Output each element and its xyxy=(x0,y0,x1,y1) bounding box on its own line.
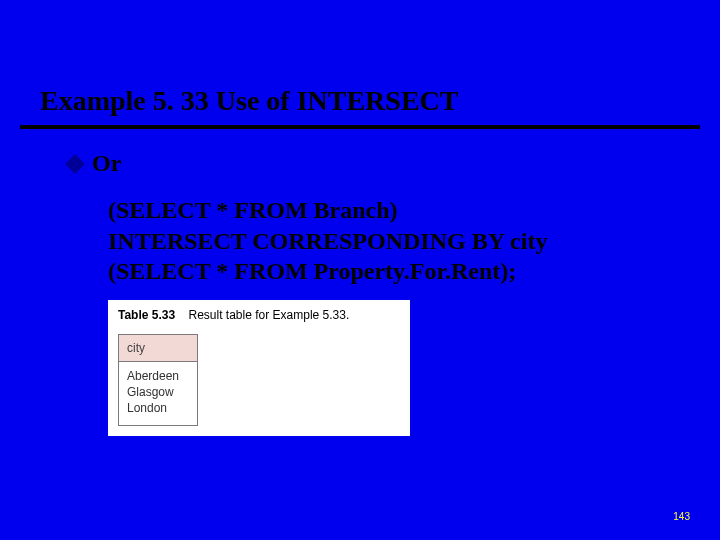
table-body: Aberdeen Glasgow London xyxy=(118,362,198,426)
sql-code-block: (SELECT * FROM Branch) INTERSECT CORRESP… xyxy=(108,195,547,287)
code-line: INTERSECT CORRESPONDING BY city xyxy=(108,226,547,257)
table-caption: Table 5.33 Result table for Example 5.33… xyxy=(108,300,410,328)
bullet-row: Or xyxy=(68,150,121,177)
title-underline xyxy=(20,125,700,129)
page-number: 143 xyxy=(673,511,690,522)
diamond-bullet-icon xyxy=(65,154,85,174)
table-header-cell: city xyxy=(118,334,198,362)
code-line: (SELECT * FROM Branch) xyxy=(108,195,547,226)
slide-title: Example 5. 33 Use of INTERSECT xyxy=(40,85,458,117)
table-row: Glasgow xyxy=(127,384,189,400)
code-line: (SELECT * FROM Property.For.Rent); xyxy=(108,256,547,287)
table-row: London xyxy=(127,400,189,416)
bullet-text: Or xyxy=(92,150,121,177)
table-caption-text: Result table for Example 5.33. xyxy=(189,308,350,322)
result-table: Table 5.33 Result table for Example 5.33… xyxy=(108,300,410,436)
table-row: Aberdeen xyxy=(127,368,189,384)
table-caption-bold: Table 5.33 xyxy=(118,308,175,322)
